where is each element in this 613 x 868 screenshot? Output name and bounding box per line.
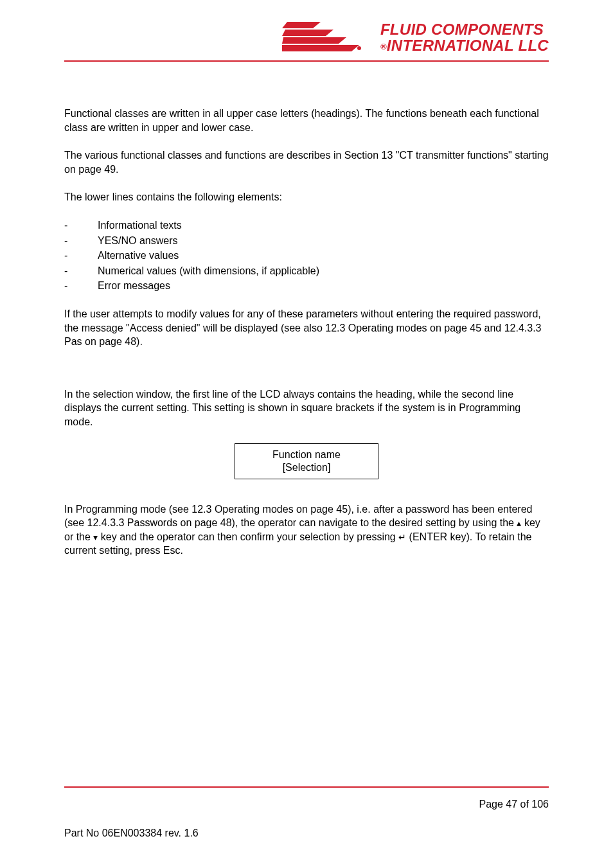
bullet-dash: - [64,249,98,263]
paragraph-4: If the user attempts to modify values fo… [64,307,549,349]
logo: FLUID COMPONENTS ®INTERNATIONAL LLC [282,19,549,55]
list-item-text: YES/NO answers [98,234,177,248]
logo-text: FLUID COMPONENTS ®INTERNATIONAL LLC [380,21,549,53]
p6-part-c: key and the operator can then confirm yo… [98,531,398,542]
bullet-dash: - [64,234,98,248]
brand-line-1: FLUID COMPONENTS [380,21,549,37]
lcd-line-1: Function name [239,449,374,461]
lcd-line-2: [Selection] [239,462,374,474]
brand-line-2: ®INTERNATIONAL LLC [380,37,549,53]
paragraph-2: The various functional classes and funct… [64,148,549,176]
list-item: -Numerical values (with dimensions, if a… [64,264,549,278]
page-container: FLUID COMPONENTS ®INTERNATIONAL LLC Func… [0,0,613,868]
footer-divider [64,786,549,788]
paragraph-5: In the selection window, the first line … [64,387,549,429]
p6-part-a: In Programming mode (see 12.3 Operating … [64,504,532,529]
paragraph-1: Functional classes are written in all up… [64,107,549,134]
svg-point-4 [357,46,361,50]
registered-symbol: ® [380,42,387,51]
list-item-text: Alternative values [98,249,179,263]
svg-marker-3 [282,45,359,51]
brand-line-2-text: INTERNATIONAL LLC [387,37,549,54]
fci-logo-icon [282,19,375,55]
paragraph-6: In Programming mode (see 12.3 Operating … [64,502,549,558]
bullet-dash: - [64,264,98,278]
list-item: -YES/NO answers [64,234,549,248]
list-item-text: Numerical values (with dimensions, if ap… [98,264,319,278]
enter-icon: ↵ [398,531,406,544]
element-list: -Informational texts -YES/NO answers -Al… [64,218,549,293]
page-number: Page 47 of 106 [479,799,549,810]
svg-marker-0 [282,22,321,28]
svg-marker-2 [282,37,346,44]
list-item: -Error messages [64,279,549,293]
list-item-text: Error messages [98,279,170,293]
list-item: -Informational texts [64,218,549,233]
list-item-text: Informational texts [98,218,182,233]
svg-marker-1 [282,30,333,36]
list-item: -Alternative values [64,249,549,263]
paragraph-3: The lower lines contains the following e… [64,190,549,204]
bullet-dash: - [64,218,98,233]
bullet-dash: - [64,279,98,293]
part-number: Part No 06EN003384 rev. 1.6 [64,828,199,839]
lcd-box: Function name [Selection] [235,443,378,479]
header: FLUID COMPONENTS ®INTERNATIONAL LLC [64,19,549,62]
